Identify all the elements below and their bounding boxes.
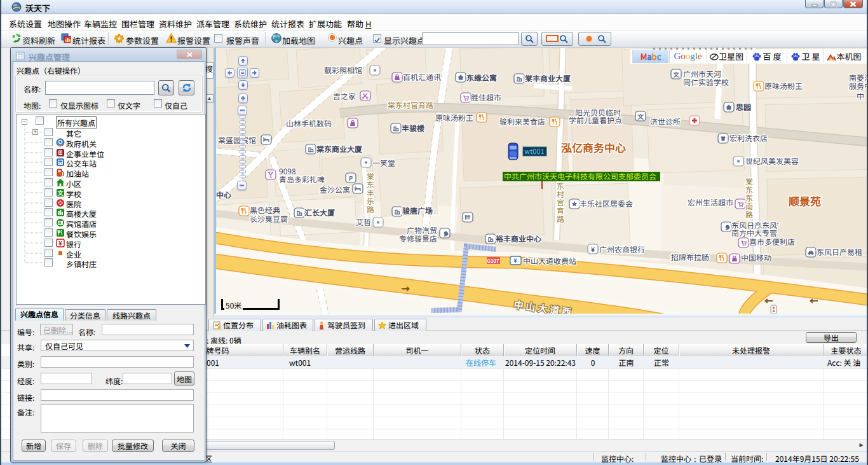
svg-text:招牌布拉肠: 招牌布拉肠	[671, 251, 709, 262]
svg-text:喜市多便利店: 喜市多便利店	[749, 236, 795, 247]
svg-text:中国移动: 中国移动	[741, 252, 771, 263]
svg-text:世纪风美发美容: 世纪风美发美容	[745, 155, 799, 166]
svg-text:骏利来美食店: 骏利来美食店	[499, 116, 545, 127]
svg-text:思园: 思园	[736, 101, 751, 112]
svg-text:长沙臭豆腐: 长沙臭豆腐	[250, 213, 288, 224]
svg-text:丰骏楼: 丰骏楼	[402, 122, 424, 133]
svg-text:金沙公寓: 金沙公寓	[320, 184, 350, 195]
svg-text:骏唐广场: 骏唐广场	[402, 205, 433, 216]
svg-text:P: P	[349, 174, 353, 183]
svg-text:文: 文	[672, 70, 679, 79]
svg-text:服务中: 服务中	[849, 80, 868, 91]
svg-text:中心: 中心	[216, 189, 231, 200]
svg-text:中: 中	[857, 90, 864, 101]
svg-text:吉之家: 吉之家	[333, 90, 356, 101]
svg-text:原味汤粉王: 原味汤粉王	[435, 112, 473, 123]
svg-text:宏利洗衣店: 宏利洗衣店	[729, 132, 768, 143]
svg-text:¥: ¥	[590, 244, 595, 254]
svg-text:东风日产易租: 东风日产易租	[817, 246, 862, 257]
svg-text:艾哲: 艾哲	[356, 216, 371, 227]
svg-text:棠盛园宾馆: 棠盛园宾馆	[218, 134, 256, 145]
svg-text:丰乐社区居委会: 丰乐社区居委会	[580, 198, 633, 209]
svg-text:¥: ¥	[513, 256, 518, 265]
svg-text:顺景苑: 顺景苑	[789, 193, 821, 209]
svg-text:东缘公寓: 东缘公寓	[466, 72, 497, 83]
svg-text:wt001: wt001	[524, 146, 544, 156]
svg-text:棠东东南路: 棠东东南路	[745, 176, 753, 219]
svg-text:东村官育路: 东村官育路	[557, 180, 564, 224]
svg-text:青岛多彩扎啤: 青岛多彩扎啤	[279, 174, 325, 184]
svg-text:一笑堂: 一笑堂	[372, 157, 395, 168]
svg-text:汇长大厦: 汇长大厦	[304, 207, 336, 218]
svg-text:泓亿商务中心: 泓亿商务中心	[561, 139, 626, 155]
svg-text:¥: ¥	[58, 239, 62, 247]
svg-text:棠丰商业大厦: 棠丰商业大厦	[524, 73, 571, 83]
svg-text:原味汤粉王: 原味汤粉王	[764, 80, 803, 91]
svg-text:同仁实验学校: 同仁实验学校	[683, 76, 729, 87]
svg-text:专修骏景店: 专修骏景店	[399, 233, 437, 244]
svg-text:靓彩照相馆: 靓彩照相馆	[324, 64, 362, 75]
svg-text:广州农商银行: 广州农商银行	[599, 244, 645, 254]
svg-text:棠东商业大厦: 棠东商业大厦	[316, 143, 363, 154]
svg-text:文: 文	[57, 188, 64, 197]
svg-text:百机汇通讯: 百机汇通讯	[403, 71, 441, 82]
svg-text:裕丰商业中心: 裕丰商业中心	[495, 233, 541, 244]
svg-text:胜佳超市: 胜佳超市	[471, 92, 501, 102]
svg-text:棠东丰乐路: 棠东丰乐路	[367, 170, 374, 214]
svg-text:山林手机数码: 山林手机数码	[286, 118, 332, 128]
svg-text:中山大道收费站: 中山大道收费站	[523, 255, 576, 266]
svg-text:G107: G107	[487, 257, 499, 264]
svg-text:棠东村官育路: 棠东村官育路	[388, 99, 433, 110]
svg-text:济世诊所: 济世诊所	[650, 116, 681, 127]
svg-text:中共广州市沃天电子科技有限公司支部委员会: 中共广州市沃天电子科技有限公司支部委员会	[504, 170, 656, 181]
svg-text:学前儿童看护点: 学前儿童看护点	[569, 115, 622, 125]
svg-text:文: 文	[637, 112, 644, 121]
svg-text:宏州生活超市: 宏州生活超市	[688, 197, 733, 207]
